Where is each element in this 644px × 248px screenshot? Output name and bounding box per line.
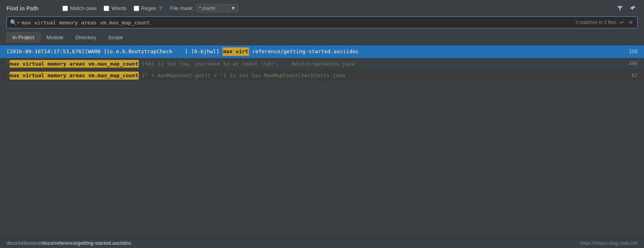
result-suffix: [" + maxMapCount.get() + "] is too lov M… [139,72,346,80]
table-row[interactable]: " max virtual memory areas vm.max_map_co… [0,70,644,82]
words-checkbox[interactable] [104,6,109,11]
result-prefix: [2016-09-16T14:17:53,676][WARN ][o.e.b.B… [6,48,222,56]
file-mask-dropdown-btn[interactable]: ▼ [229,4,238,12]
scope-tab-directory[interactable]: Directory [70,32,102,42]
match-case-checkbox[interactable] [62,6,68,11]
bottom-path: docs/reference/docs/reference/getting-st… [6,240,132,246]
table-row[interactable]: " max virtual memory areas vm.max_map_co… [0,58,644,70]
search-enter-icon[interactable]: ↵ [619,18,625,26]
result-match: max virtual memory areas vm.max_map_coun… [10,72,139,80]
result-filename: 406 [621,60,638,67]
file-mask-input-wrap: ▼ [196,4,238,12]
result-content: [2016-09-16T14:17:53,676][WARN ][o.e.b.B… [6,47,638,56]
search-status: 3 matches in 3 files [575,20,616,25]
search-input[interactable] [22,20,573,26]
search-clear-icon[interactable]: ✕ [628,18,634,26]
result-match: max virt [222,47,249,56]
search-icon-wrap: 🔍 ▾ [10,19,19,26]
regex-help-icon[interactable]: ? [159,5,162,11]
filter-icon-btn[interactable] [615,4,625,12]
search-bar: 🔍 ▾ 3 matches in 3 files ↵ ✕ [6,16,638,28]
result-filename: 258 [621,48,638,55]
bottom-path-filename: docs/reference/getting-started.asciidoc [42,240,132,246]
result-match: max virtual memory areas vm.max_map_coun… [10,60,139,68]
find-in-path-title: Find in Path [6,5,54,12]
result-prefix: " [6,72,10,80]
regex-option[interactable]: Regex ? [134,5,162,11]
scope-tab-scope[interactable]: Scope [102,32,129,42]
result-suffix: [%d] is too low, increase to at least [%… [139,60,355,68]
match-case-option[interactable]: Match case [62,5,96,11]
search-dropdown-arrow[interactable]: ▾ [17,20,19,25]
match-case-label: Match case [70,5,96,11]
svg-marker-0 [617,6,623,11]
scope-tabs: In Project Module Directory Scope [6,32,638,45]
search-actions: ↵ ✕ [619,18,634,26]
regex-label: Regex [141,5,156,11]
regex-checkbox[interactable] [134,6,139,11]
results-divider: ..... [0,82,644,92]
scope-tab-in-project[interactable]: In Project [6,32,40,42]
results-area: [2016-09-16T14:17:53,676][WARN ][o.e.b.B… [0,45,644,248]
file-mask-input[interactable] [197,4,229,12]
result-content: " max virtual memory areas vm.max_map_co… [6,72,638,80]
toolbar-icons [615,4,638,12]
result-filename: 67 [624,72,638,79]
words-option[interactable]: Words [104,5,126,11]
result-prefix: " [6,60,10,68]
table-row[interactable]: [2016-09-16T14:17:53,676][WARN ][o.e.b.B… [0,45,644,58]
result-suffix: reference/getting-started.asciidoc [249,48,359,56]
bottom-url: https://heyun.blog.csdn.net [580,240,638,246]
words-label: Words [111,5,126,11]
bottom-bar: docs/reference/docs/reference/getting-st… [0,238,644,248]
file-mask-section: File mask: ▼ [170,4,238,12]
result-content: " max virtual memory areas vm.max_map_co… [6,60,638,68]
pin-icon-btn[interactable] [628,4,638,12]
search-icon: 🔍 [10,19,17,26]
scope-tab-module[interactable]: Module [40,32,70,42]
file-mask-label: File mask: [170,5,194,11]
options-group: Match case Words Regex ? [62,5,162,11]
